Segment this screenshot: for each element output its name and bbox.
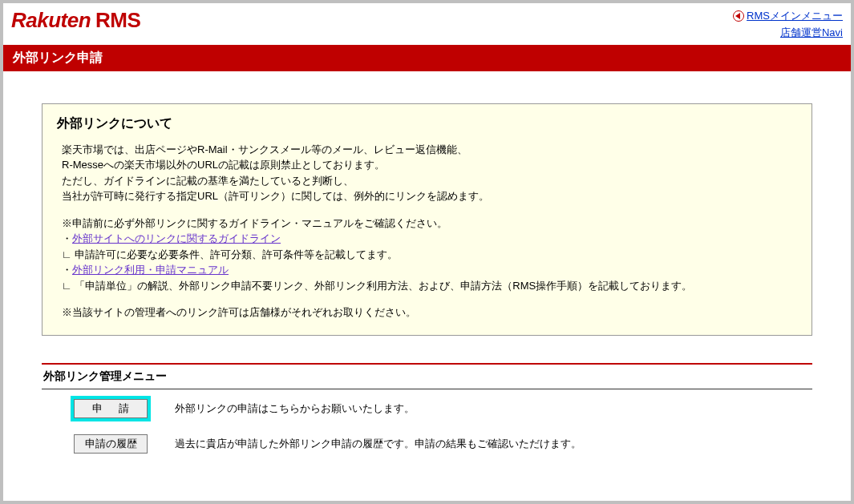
logo-main: Rakuten (11, 8, 91, 32)
menu-section: 外部リンク管理メニュー 申 請 外部リンクの申請はこちらからお願いいたします。 … (42, 363, 812, 463)
guideline-link[interactable]: 外部サイトへのリンクに関するガイドライン (72, 232, 281, 244)
info-text: ∟ 「申請単位」の解説、外部リンク申請不要リンク、外部リンク利用方法、および、申… (62, 278, 797, 294)
page-title-bar: 外部リンク申請 (3, 45, 851, 71)
info-text: ただし、ガイドラインに記載の基準を満たしていると判断し、 (62, 173, 797, 189)
info-body: 楽天市場では、出店ページやR-Mail・サンクスメール等のメール、レビュー返信機… (57, 142, 797, 321)
logo: RakutenRMS (11, 8, 140, 33)
content: 外部リンクについて 楽天市場では、出店ページやR-Mail・サンクスメール等のメ… (3, 71, 851, 479)
info-text: 楽天市場では、出店ページやR-Mail・サンクスメール等のメール、レビュー返信機… (62, 142, 797, 158)
info-text: R-Messeへの楽天市場以外のURLの記載は原則禁止としております。 (62, 157, 797, 173)
main-menu-link[interactable]: RMSメインメニュー (747, 8, 843, 25)
menu-desc: 過去に貴店が申請した外部リンク申請の履歴です。申請の結果もご確認いただけます。 (175, 437, 581, 451)
manual-link[interactable]: 外部リンク利用・申請マニュアル (72, 264, 229, 276)
logo-suffix: RMS (95, 8, 140, 32)
top-bar: RakutenRMS RMSメインメニュー 店舗運営Navi (3, 3, 851, 45)
info-text: ※申請前に必ず外部リンクに関するガイドライン・マニュアルをご確認ください。 (62, 216, 797, 232)
navi-link[interactable]: 店舗運営Navi (780, 26, 843, 38)
back-arrow-icon (733, 10, 744, 22)
main-menu-link-wrap[interactable]: RMSメインメニュー (733, 8, 843, 25)
menu-desc: 外部リンクの申請はこちらからお願いいたします。 (175, 401, 415, 416)
page-title: 外部リンク申請 (13, 50, 103, 64)
info-text: 当社が許可時に発行する指定URL（許可リンク）に関しては、例外的にリンクを認めま… (62, 188, 797, 204)
info-link-row: ・外部サイトへのリンクに関するガイドライン (62, 231, 797, 247)
top-links: RMSメインメニュー 店舗運営Navi (733, 8, 843, 42)
info-text: ※当該サイトの管理者へのリンク許可は店舗様がそれぞれお取りください。 (62, 304, 797, 321)
menu-row-history: 申請の履歴 過去に貴店が申請した外部リンク申請の履歴です。申請の結果もご確認いた… (42, 428, 812, 463)
info-link-row: ・外部リンク利用・申請マニュアル (62, 262, 797, 278)
history-button[interactable]: 申請の履歴 (74, 434, 148, 454)
menu-header: 外部リンク管理メニュー (42, 363, 812, 389)
info-text: ∟ 申請許可に必要な必要条件、許可分類、許可条件等を記載してます。 (62, 247, 797, 263)
info-box: 外部リンクについて 楽天市場では、出店ページやR-Mail・サンクスメール等のメ… (42, 103, 812, 336)
info-title: 外部リンクについて (57, 115, 797, 132)
app-window: RakutenRMS RMSメインメニュー 店舗運営Navi 外部リンク申請 外… (3, 3, 851, 501)
apply-button[interactable]: 申 請 (74, 399, 148, 418)
menu-row-apply: 申 請 外部リンクの申請はこちらからお願いいたします。 (42, 389, 812, 428)
